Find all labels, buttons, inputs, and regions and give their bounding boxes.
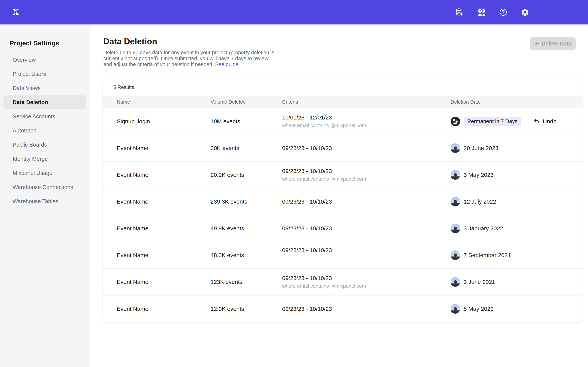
criteria-cell: 10/01/23 - 12/01/23 where email contains…	[282, 108, 450, 134]
page-description: Delete up to 90 days data for any event …	[103, 50, 277, 67]
name-cell: Event Name	[103, 215, 211, 242]
topbar-icon-group	[455, 8, 529, 17]
apps-grid-icon[interactable]	[477, 8, 486, 17]
sidebar-item-autotrack[interactable]: Autotrack	[3, 124, 86, 138]
table-header-row: NameVolume DeletedCriteriaDeletion Date	[103, 96, 583, 108]
column-header: Deletion Date	[450, 99, 583, 105]
criteria-date-range: 09/23/23 - 10/10/23	[282, 275, 332, 281]
deletion-date-text: 5 May 2020	[464, 306, 494, 312]
criteria-cell: 09/23/23 - 10/10/23	[282, 215, 450, 242]
volume-cell: 123K events	[211, 269, 282, 295]
sidebar-item-identity-merge[interactable]: Identity Merge	[3, 152, 86, 166]
avatar	[450, 143, 460, 153]
table-row: Event Name 49.9K events 09/23/23 - 10/10…	[103, 215, 583, 242]
deletion-date-cell: 3 January 2022	[450, 215, 583, 242]
criteria-cell: 09/23/23 - 10/10/23	[282, 242, 450, 268]
deletion-date-text: 3 January 2022	[464, 225, 503, 232]
sidebar-item-overview[interactable]: Overview	[3, 53, 86, 67]
deletion-date-text: 7 September 2021	[464, 252, 511, 259]
name-cell: Event Name	[103, 162, 211, 188]
page-title: Data Deletion	[103, 37, 157, 46]
table-row: Signup_login 10M events 10/01/23 - 12/01…	[103, 108, 583, 135]
deletion-date-cell: Permanent in 7 Days Undo	[450, 108, 583, 134]
deletion-date-cell: 3 May 2023	[450, 162, 583, 188]
avatar	[450, 117, 460, 126]
table-row: Event Name 20.2K events 09/23/23 - 10/10…	[103, 162, 583, 188]
results-count: 5 Results	[113, 84, 134, 90]
column-header: Criteria	[282, 99, 450, 105]
table-row: Event Name 123K events 09/23/23 - 10/10/…	[103, 269, 583, 295]
name-cell: Event Name	[103, 242, 211, 268]
plus-icon	[534, 41, 540, 46]
undo-button[interactable]: Undo	[533, 118, 556, 125]
sidebar-item-mixpanel-usage[interactable]: Mixpanel Usage	[3, 166, 86, 180]
criteria-cell: 09/23/23 - 10/10/23	[282, 295, 450, 322]
deletion-date-text: 3 May 2023	[464, 172, 494, 178]
name-cell: Event Name	[103, 135, 211, 161]
avatar	[450, 197, 460, 206]
criteria-filter-text: where email contains @mixpanel.com	[282, 123, 366, 128]
deletion-date-cell: 7 September 2021	[450, 242, 583, 268]
column-header: Volume Deleted	[211, 99, 282, 105]
undo-label: Undo	[543, 118, 556, 125]
see-guide-link[interactable]: See guide	[215, 62, 239, 67]
table-row: Event Name 12.9K events 09/23/23 - 10/10…	[103, 295, 583, 322]
criteria-filter-text: where email contains @mixpanel.com	[282, 283, 366, 289]
criteria-date-range: 09/23/23 - 10/10/23	[282, 225, 332, 232]
deletion-date-cell: 12 July 2022	[450, 188, 583, 215]
avatar	[450, 250, 460, 260]
volume-cell: 20.2K events	[211, 162, 282, 188]
delete-data-button[interactable]: Delete Data	[530, 37, 576, 50]
name-cell: Event Name	[103, 295, 211, 322]
criteria-cell: 09/23/23 - 10/10/23 where email contains…	[282, 269, 450, 295]
sidebar-item-warehouse-tables[interactable]: Warehouse Tables	[3, 194, 86, 208]
sidebar-item-warehouse-connections[interactable]: Warehouse Connections	[3, 180, 86, 194]
volume-cell: 49.9K events	[211, 215, 282, 242]
volume-cell: 10M events	[211, 108, 282, 134]
sidebar-title: Project Settings	[9, 39, 90, 47]
name-cell: Event Name	[103, 188, 211, 215]
name-cell: Signup_login	[103, 108, 211, 134]
top-navigation-bar: X	[0, 0, 588, 25]
criteria-date-range: 09/23/23 - 10/10/23	[282, 306, 332, 312]
table-body: Signup_login 10M events 10/01/23 - 12/01…	[103, 108, 583, 322]
criteria-cell: 09/23/23 - 10/10/23	[282, 135, 450, 161]
data-management-icon[interactable]	[455, 8, 464, 17]
criteria-date-range: 09/23/23 - 10/10/23	[282, 145, 332, 151]
name-cell: Event Name	[103, 269, 211, 295]
deletion-date-cell: 5 May 2020	[450, 295, 583, 322]
column-header: Name	[103, 99, 211, 105]
sidebar-item-data-deletion[interactable]: Data Deletion	[3, 95, 86, 109]
deletion-date-text: 20 June 2023	[464, 145, 498, 151]
criteria-filter-text: where email contains @mixpanel.com	[282, 176, 366, 182]
sidebar-nav: OverviewProject UsersData ViewsData Dele…	[0, 53, 90, 208]
delete-data-button-label: Delete Data	[542, 41, 572, 47]
volume-cell: 12.9K events	[211, 295, 282, 322]
criteria-date-range: 09/23/23 - 10/10/23	[282, 198, 332, 205]
avatar	[450, 304, 460, 314]
sidebar-item-service-accounts[interactable]: Service Accounts	[3, 109, 86, 124]
deletion-requests-card: 5 Results NameVolume DeletedCriteriaDele…	[103, 79, 583, 322]
criteria-date-range: 10/01/23 - 12/01/23	[282, 114, 332, 121]
deletion-date-cell: 20 June 2023	[450, 135, 583, 161]
criteria-cell: 09/23/23 - 10/10/23 where email contains…	[282, 162, 450, 188]
settings-sidebar: Project Settings OverviewProject UsersDa…	[0, 25, 90, 367]
avatar	[450, 277, 460, 287]
deletion-date-cell: 3 June 2021	[450, 269, 583, 295]
sidebar-item-project-users[interactable]: Project Users	[3, 67, 86, 81]
table-row: Event Name 48.3K events 09/23/23 - 10/10…	[103, 242, 583, 269]
undo-icon	[533, 118, 540, 125]
mixpanel-logo-icon[interactable]: X	[11, 8, 20, 17]
criteria-cell: 09/23/23 - 10/10/23	[282, 188, 450, 215]
help-icon[interactable]	[499, 8, 508, 17]
page-description-text: Delete up to 90 days data for any event …	[103, 50, 274, 67]
volume-cell: 48.3K events	[211, 242, 282, 268]
criteria-date-range: 09/23/23 - 10/10/23	[282, 247, 332, 253]
status-badge: Permanent in 7 Days	[464, 117, 521, 126]
deletion-date-text: 12 July 2022	[464, 198, 496, 205]
sidebar-item-data-views[interactable]: Data Views	[3, 81, 86, 95]
settings-gear-icon[interactable]	[521, 8, 529, 17]
table-row: Event Name 239.3K events 09/23/23 - 10/1…	[103, 188, 583, 215]
volume-cell: 30K events	[211, 135, 282, 161]
sidebar-item-public-boards[interactable]: Public Boards	[3, 138, 86, 152]
